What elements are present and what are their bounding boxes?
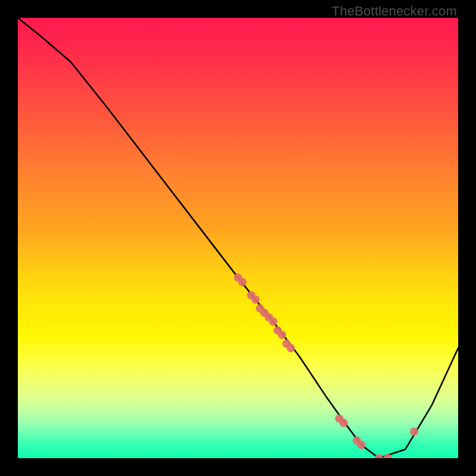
- chart-container: [18, 18, 458, 458]
- scatter-dot: [410, 428, 418, 436]
- scatter-dot: [287, 344, 295, 352]
- scatter-dot: [252, 296, 260, 304]
- scatter-dot: [278, 331, 286, 339]
- scatter-dot: [269, 318, 277, 326]
- scatter-dot: [340, 419, 348, 427]
- watermark-text: TheBottlenecker.com: [332, 4, 457, 19]
- scatter-dot: [238, 278, 246, 286]
- scatter-dot: [375, 454, 383, 458]
- chart-svg: [18, 18, 458, 458]
- bottleneck-curve: [18, 18, 458, 458]
- scatter-dot: [357, 441, 365, 449]
- curve-layer: [18, 18, 458, 458]
- scatter-points: [234, 274, 418, 458]
